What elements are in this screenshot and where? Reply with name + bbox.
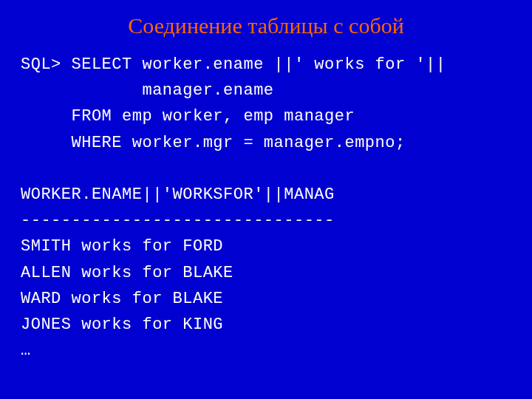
- code-line: JONES works for KING: [21, 316, 223, 334]
- code-line: WHERE worker.mgr = manager.empno;: [21, 134, 406, 152]
- code-line: SMITH works for FORD: [21, 237, 223, 256]
- code-line: WORKER.ENAME||'WORKSFOR'||MANAG: [21, 185, 335, 204]
- code-line: SQL> SELECT worker.ename ||' works for '…: [21, 55, 446, 74]
- code-line: …: [21, 341, 31, 360]
- code-line: ALLEN works for BLAKE: [21, 264, 233, 282]
- code-line: -------------------------------: [21, 211, 335, 230]
- code-line: WARD works for BLAKE: [21, 290, 223, 308]
- slide: Соединение таблицы с собой SQL> SELECT w…: [0, 0, 532, 399]
- code-line: manager.ename: [21, 81, 274, 100]
- code-block: SQL> SELECT worker.ename ||' works for '…: [21, 52, 511, 364]
- slide-title: Соединение таблицы с собой: [21, 13, 511, 38]
- code-line: FROM emp worker, emp manager: [21, 107, 355, 126]
